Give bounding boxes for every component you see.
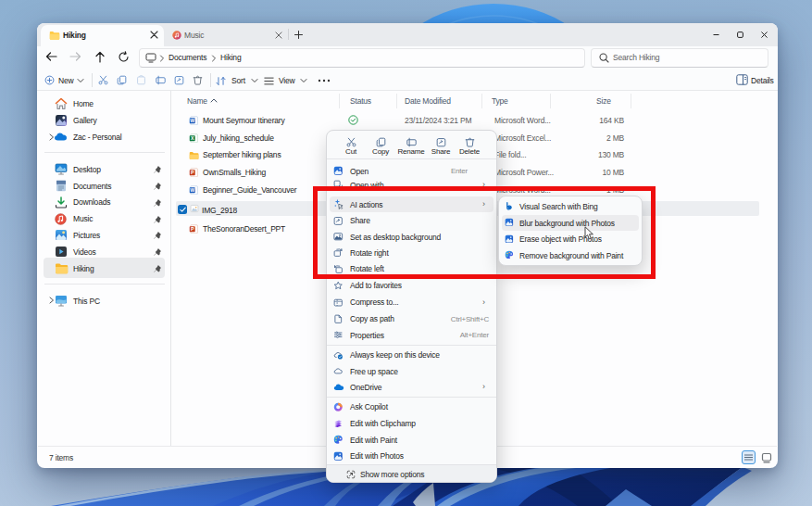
- svg-text:P: P: [191, 170, 194, 175]
- svg-text:W: W: [190, 118, 194, 123]
- svg-text:W: W: [190, 187, 194, 193]
- svg-text:X: X: [191, 135, 194, 141]
- svg-text:P: P: [191, 226, 194, 232]
